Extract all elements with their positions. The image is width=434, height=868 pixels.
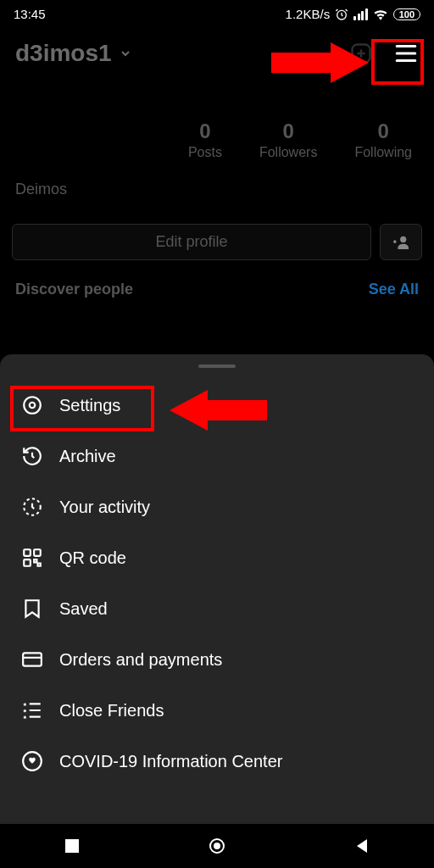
new-post-icon[interactable] [349,42,373,65]
menu-label: Orders and payments [59,650,222,670]
battery-indicator: 100 [393,8,420,20]
alarm-icon [335,8,348,21]
close-friends-icon [20,698,44,722]
stat-posts[interactable]: 0 Posts [188,120,222,160]
discover-people-button[interactable] [380,224,422,260]
menu-item-orders[interactable]: Orders and payments [0,634,434,685]
see-all-link[interactable]: See All [369,281,419,298]
menu-label: COVID-19 Information Center [59,752,282,771]
discover-people-label: Discover people [15,281,133,298]
svg-point-2 [400,236,406,242]
display-name: Deimos [0,174,434,205]
menu-label: Saved [59,599,108,619]
menu-item-settings[interactable]: Settings [0,380,434,431]
nav-back-icon[interactable] [353,837,370,854]
menu-label: Your activity [59,498,150,517]
svg-rect-8 [24,559,31,566]
card-icon [20,648,44,671]
status-bar: 13:45 1.2KB/s 100 [0,0,434,28]
stat-following[interactable]: 0 Following [354,120,412,160]
menu-item-covid[interactable]: COVID-19 Information Center [0,736,434,787]
svg-rect-9 [23,653,42,665]
menu-label: Close Friends [59,701,164,721]
menu-sheet: Settings Archive Your activity QR code S… [0,354,434,824]
hamburger-menu-icon[interactable] [393,43,419,64]
status-time: 13:45 [14,7,46,21]
sheet-grabber[interactable] [198,364,236,368]
username-switcher[interactable]: d3imos1 [15,40,132,67]
nav-recent-icon[interactable] [64,837,81,854]
nav-home-icon[interactable] [207,836,227,856]
svg-rect-11 [65,839,79,853]
menu-item-activity[interactable]: Your activity [0,481,434,532]
menu-item-qrcode[interactable]: QR code [0,532,434,583]
stat-followers[interactable]: 0 Followers [259,120,317,160]
edit-profile-button[interactable]: Edit profile [12,224,371,260]
chevron-down-icon [119,47,132,60]
status-speed: 1.2KB/s [286,7,331,21]
svg-point-13 [214,843,220,849]
menu-label: QR code [59,548,126,568]
svg-point-3 [24,397,41,414]
svg-point-4 [30,403,36,409]
menu-item-close-friends[interactable]: Close Friends [0,685,434,736]
gear-icon [20,393,44,417]
bookmark-icon [20,597,44,620]
profile-header: d3imos1 [0,28,434,75]
heart-info-icon [20,749,44,773]
qrcode-icon [20,546,44,570]
archive-icon [20,444,44,468]
svg-rect-7 [34,549,41,556]
profile-stats: 0 Posts 0 Followers 0 Following [0,75,434,174]
menu-label: Settings [59,396,120,415]
wifi-icon [373,8,388,20]
menu-item-saved[interactable]: Saved [0,583,434,634]
username-text: d3imos1 [15,40,112,67]
menu-label: Archive [59,447,116,466]
menu-item-archive[interactable]: Archive [0,431,434,481]
signal-icon [353,8,368,20]
activity-icon [20,495,44,519]
android-navbar [0,824,434,868]
svg-rect-6 [24,549,31,556]
